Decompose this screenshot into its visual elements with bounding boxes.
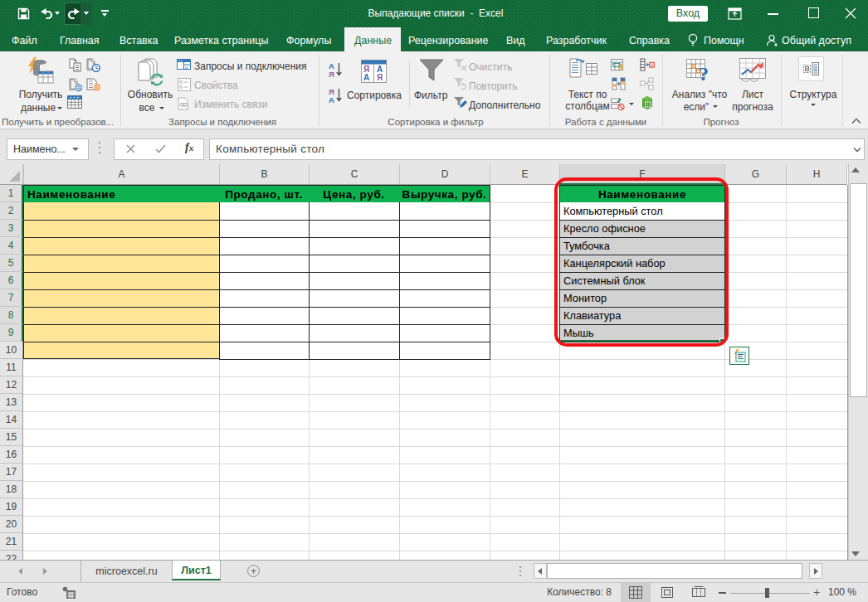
svg-text:Я: Я <box>329 70 334 79</box>
svg-text:?: ? <box>699 63 709 85</box>
svg-text:Я: Я <box>377 73 383 82</box>
svg-text:А: А <box>329 95 334 104</box>
svg-text:А: А <box>363 73 369 82</box>
